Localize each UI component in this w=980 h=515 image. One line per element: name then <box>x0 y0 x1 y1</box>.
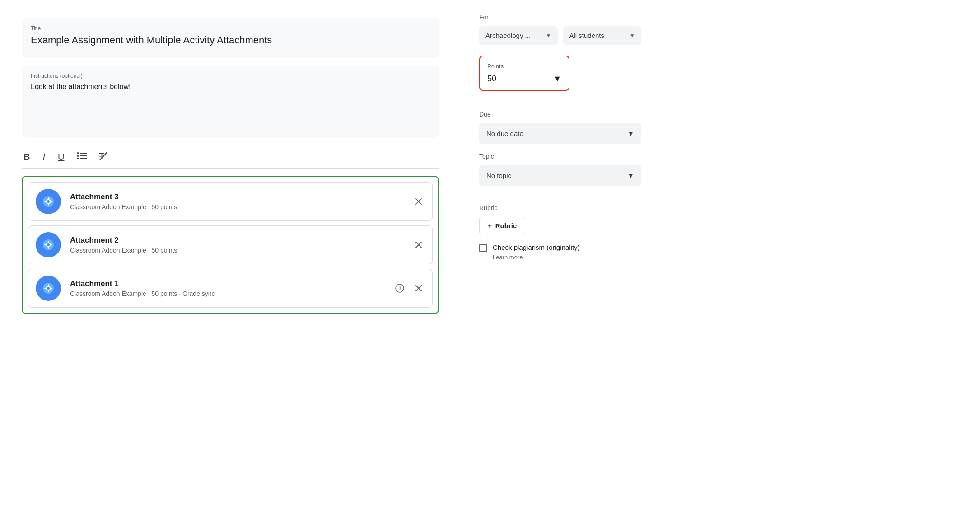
attachment-icon-2 <box>36 232 61 258</box>
topic-label: Topic <box>479 153 641 160</box>
attachment-info-3: Attachment 3 Classroom Addon Example · 5… <box>70 192 407 211</box>
due-dropdown-text: No due date <box>486 130 523 137</box>
attachment-icon-1 <box>36 276 61 301</box>
info-attachment-1-button[interactable]: i <box>393 282 406 295</box>
instructions-section: Instructions (optional) Look at the atta… <box>22 66 439 138</box>
for-dropdowns: Archaeology ... ▼ All students ▼ <box>479 26 641 45</box>
rubric-button[interactable]: + Rubric <box>479 217 525 234</box>
class-dropdown-arrow: ▼ <box>546 33 551 39</box>
for-label: For <box>479 14 641 21</box>
left-panel: Title Instructions (optional) Look at th… <box>0 0 461 515</box>
attachment-card-2: Attachment 2 Classroom Addon Example · 5… <box>28 225 433 264</box>
attachment-meta-1: Classroom Addon Example · 50 points · Gr… <box>70 290 388 297</box>
due-section: Due No due date ▼ <box>479 111 641 144</box>
attachment-info-2: Attachment 2 Classroom Addon Example · 5… <box>70 236 407 254</box>
svg-point-20 <box>47 287 50 290</box>
instructions-label: Instructions (optional) <box>31 73 430 79</box>
attachment-actions-2 <box>412 239 425 251</box>
attachments-container: Attachment 3 Classroom Addon Example · 5… <box>22 176 439 314</box>
topic-section: Topic No topic ▼ <box>479 153 641 186</box>
topic-dropdown-arrow: ▼ <box>627 172 634 179</box>
svg-text:i: i <box>399 286 401 292</box>
remove-attachment-1-button[interactable] <box>412 282 425 295</box>
svg-point-15 <box>47 243 50 246</box>
topic-dropdown[interactable]: No topic ▼ <box>479 165 641 186</box>
students-dropdown[interactable]: All students ▼ <box>563 26 642 45</box>
plus-icon: + <box>488 222 492 229</box>
learn-more-link[interactable]: Learn more <box>493 254 641 261</box>
attachment-icon-3 <box>36 189 61 214</box>
svg-point-5 <box>77 158 79 159</box>
attachment-info-1: Attachment 1 Classroom Addon Example · 5… <box>70 279 388 297</box>
title-input[interactable] <box>31 34 430 49</box>
points-value: 50 <box>487 74 496 84</box>
rubric-section: Rubric + Rubric <box>479 204 641 234</box>
class-dropdown[interactable]: Archaeology ... ▼ <box>479 26 558 45</box>
divider <box>479 195 641 195</box>
title-section: Title <box>22 18 439 58</box>
svg-point-3 <box>77 152 79 154</box>
list-button[interactable] <box>75 150 89 163</box>
plagiarism-section: Check plagiarism (originality) Learn mor… <box>479 243 641 261</box>
points-value-row: 50 ▼ <box>487 74 561 84</box>
svg-point-10 <box>47 200 50 203</box>
remove-attachment-3-button[interactable] <box>412 195 425 208</box>
bold-button[interactable]: B <box>22 150 32 163</box>
italic-button[interactable]: I <box>41 150 47 163</box>
title-label: Title <box>31 25 430 32</box>
students-dropdown-text: All students <box>569 32 626 39</box>
plagiarism-checkbox[interactable] <box>479 244 487 252</box>
attachment-actions-1: i <box>393 282 425 295</box>
svg-point-4 <box>77 155 79 157</box>
rubric-btn-text: Rubric <box>495 222 517 229</box>
topic-dropdown-text: No topic <box>486 172 511 179</box>
points-section: Points 50 ▼ <box>479 56 641 102</box>
rubric-label: Rubric <box>479 204 641 211</box>
due-dropdown[interactable]: No due date ▼ <box>479 123 641 144</box>
points-dropdown-arrow[interactable]: ▼ <box>553 74 561 84</box>
attachment-meta-2: Classroom Addon Example · 50 points <box>70 247 407 254</box>
underline-button[interactable]: U <box>56 150 66 163</box>
for-section: For Archaeology ... ▼ All students ▼ <box>479 14 641 45</box>
due-label: Due <box>479 111 641 118</box>
attachment-name-3: Attachment 3 <box>70 192 407 201</box>
attachment-actions-3 <box>412 195 425 208</box>
points-label: Points <box>487 63 561 70</box>
attachment-meta-3: Classroom Addon Example · 50 points <box>70 203 407 211</box>
students-dropdown-arrow: ▼ <box>630 33 635 39</box>
points-box: Points 50 ▼ <box>479 56 569 91</box>
attachment-name-1: Attachment 1 <box>70 279 388 288</box>
clear-format-button[interactable]: T̶ <box>98 150 111 164</box>
attachment-card-3: Attachment 3 Classroom Addon Example · 5… <box>28 182 433 221</box>
attachment-name-2: Attachment 2 <box>70 236 407 245</box>
remove-attachment-2-button[interactable] <box>412 239 425 251</box>
formatting-toolbar: B I U T̶ <box>22 145 439 169</box>
class-dropdown-text: Archaeology ... <box>485 32 542 39</box>
instructions-text[interactable]: Look at the attachments below! <box>31 83 430 91</box>
right-panel: For Archaeology ... ▼ All students ▼ Poi… <box>461 0 659 515</box>
attachment-card-1: Attachment 1 Classroom Addon Example · 5… <box>28 269 433 308</box>
plagiarism-label: Check plagiarism (originality) <box>493 243 580 251</box>
plagiarism-check-row: Check plagiarism (originality) <box>479 243 641 252</box>
due-dropdown-arrow: ▼ <box>627 130 634 137</box>
